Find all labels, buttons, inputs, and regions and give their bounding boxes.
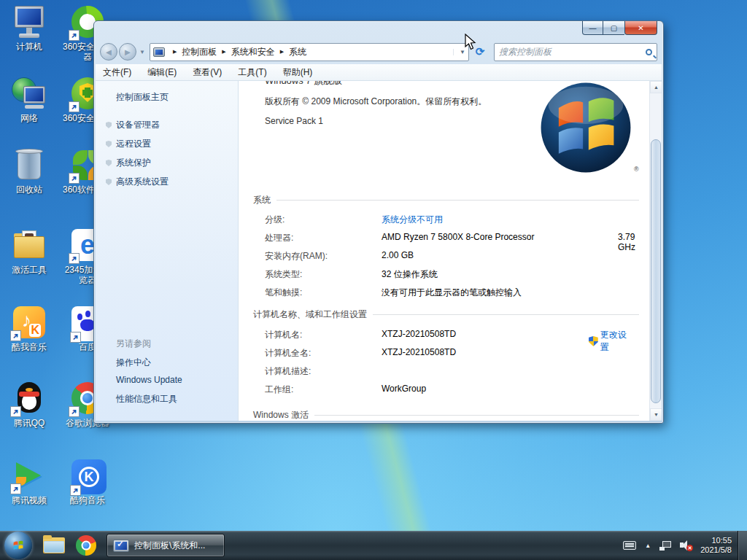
- tencent-video-icon: [12, 458, 47, 493]
- vertical-scrollbar[interactable]: ▲ ▼: [649, 81, 662, 421]
- network-icon: [12, 76, 47, 111]
- section-header-activation: Windows 激活: [253, 409, 639, 421]
- menu-file[interactable]: 文件(F): [103, 66, 131, 79]
- icon-label: 酷我音乐: [3, 342, 55, 352]
- desktop-icon-kugou-music[interactable]: K 酷狗音乐: [61, 458, 114, 505]
- icon-label: 腾讯视频: [3, 495, 55, 505]
- sidebar-item-windows-update[interactable]: Windows Update: [116, 375, 182, 385]
- search-input[interactable]: [499, 47, 643, 57]
- shortcut-arrow-icon: [69, 406, 80, 417]
- menu-help[interactable]: 帮助(H): [283, 66, 313, 79]
- desktop: 计算机 网络 回收站 激活工具 酷我音乐 腾讯QQ 腾讯视频 360安全浏览器 …: [0, 0, 747, 560]
- desktop-icon-computer[interactable]: 计算机: [3, 4, 55, 52]
- breadcrumb-separator-icon: ▶: [222, 49, 225, 55]
- volume-muted-icon[interactable]: ✕: [680, 540, 693, 551]
- uac-shield-icon: [589, 336, 598, 346]
- close-button[interactable]: ✕: [624, 21, 657, 35]
- shield-icon: [106, 160, 112, 166]
- recycle-bin-icon: [12, 147, 47, 182]
- shield-icon: [106, 141, 112, 147]
- sidebar-item-control-panel-home[interactable]: 控制面板主页: [116, 91, 169, 104]
- row-workgroup: 工作组: WorkGroup: [265, 384, 635, 396]
- shortcut-arrow-icon: [10, 406, 21, 417]
- navigation-bar: ◄ ► ▼ ▶ 控制面板 ▶ 系统和安全 ▶ 系统 ▼ ⟳: [96, 39, 662, 64]
- taskbar-chrome-button[interactable]: [74, 534, 98, 557]
- taskbar-task-control-panel[interactable]: 控制面板\系统和...: [107, 534, 225, 557]
- minimize-button[interactable]: —: [582, 21, 603, 35]
- copyright-text: 版权所有 © 2009 Microsoft Corporation。保留所有权利…: [265, 96, 487, 108]
- search-icon[interactable]: [646, 49, 652, 55]
- system-tray: ▲ ✕ 10:55 2021/5/8: [619, 531, 747, 560]
- service-pack-text: Service Pack 1: [265, 116, 323, 126]
- breadcrumb-system[interactable]: 系统: [289, 46, 306, 58]
- computer-icon: [12, 4, 47, 39]
- rating-unavailable-link[interactable]: 系统分级不可用: [382, 214, 443, 226]
- row-computer-full-name: 计算机全名: XTZJ-20210508TD: [265, 347, 635, 359]
- shortcut-arrow-icon: [70, 332, 81, 343]
- explorer-folder-icon: [43, 537, 65, 553]
- taskbar-explorer-button[interactable]: [42, 534, 66, 557]
- maximize-button[interactable]: ▢: [603, 21, 624, 35]
- shortcut-arrow-icon: [69, 173, 80, 184]
- desktop-icon-kuwo-music[interactable]: 酷我音乐: [3, 305, 55, 352]
- sidebar: 控制面板主页 设备管理器 远程设置 系统保护 高级系统设置 另请参阅 操作中心 …: [96, 81, 239, 421]
- forward-button[interactable]: ►: [119, 43, 136, 61]
- clock-date: 2021/5/8: [700, 545, 732, 555]
- icon-label: 激活工具: [3, 265, 55, 275]
- sidebar-item-performance-tools[interactable]: 性能信息和工具: [116, 393, 177, 405]
- windows-flag-icon: [11, 538, 26, 553]
- window-body: 控制面板主页 设备管理器 远程设置 系统保护 高级系统设置 另请参阅 操作中心 …: [96, 81, 662, 421]
- desktop-icon-recycle-bin[interactable]: 回收站: [3, 147, 55, 195]
- address-dropdown-icon[interactable]: ▼: [453, 49, 465, 55]
- back-button[interactable]: ◄: [100, 43, 117, 61]
- scroll-down-icon[interactable]: ▼: [650, 408, 662, 421]
- sidebar-item-system-protection[interactable]: 系统保护: [116, 157, 151, 169]
- breadcrumb-separator-icon: ▶: [173, 49, 177, 55]
- row-computer-name: 计算机名: XTZJ-20210508TD 更改设置: [265, 329, 635, 341]
- input-method-keyboard-icon[interactable]: [623, 541, 636, 550]
- scrollbar-thumb[interactable]: [651, 139, 661, 403]
- mouse-cursor: [465, 34, 476, 51]
- desktop-icon-network[interactable]: 网络: [3, 76, 55, 123]
- icon-label: 网络: [3, 113, 55, 123]
- sidebar-item-action-center[interactable]: 操作中心: [116, 357, 151, 369]
- icon-label: 酷狗音乐: [61, 495, 114, 505]
- kuwo-music-icon: [12, 305, 47, 340]
- recent-pages-dropdown-icon[interactable]: ▼: [139, 49, 145, 55]
- network-tray-icon[interactable]: [659, 541, 671, 551]
- show-hidden-icons-button[interactable]: ▲: [645, 542, 651, 549]
- clock-time: 10:55: [700, 536, 732, 545]
- shortcut-arrow-icon: [10, 483, 21, 494]
- scroll-up-icon[interactable]: ▲: [650, 81, 662, 93]
- show-desktop-button[interactable]: [738, 531, 747, 560]
- section-header-system: 系统: [253, 194, 639, 206]
- shortcut-arrow-icon: [69, 253, 80, 264]
- kugou-music-icon: K: [71, 459, 107, 494]
- menu-view[interactable]: 查看(V): [193, 66, 222, 79]
- sidebar-item-remote-settings[interactable]: 远程设置: [116, 138, 151, 150]
- breadcrumb-system-security[interactable]: 系统和安全: [231, 46, 275, 58]
- system-icon: [153, 47, 165, 57]
- breadcrumb-separator-icon: ▶: [280, 49, 284, 55]
- address-bar[interactable]: ▶ 控制面板 ▶ 系统和安全 ▶ 系统 ▼: [150, 43, 469, 61]
- sidebar-item-advanced-settings[interactable]: 高级系统设置: [116, 176, 169, 188]
- menu-tools[interactable]: 工具(T): [238, 66, 266, 79]
- icon-label: 腾讯QQ: [3, 418, 55, 428]
- shield-icon: [106, 179, 112, 185]
- icon-label: 计算机: [3, 42, 55, 52]
- task-label: 控制面板\系统和...: [134, 540, 205, 552]
- desktop-icon-tencent-video[interactable]: 腾讯视频: [3, 458, 55, 505]
- sidebar-item-device-manager[interactable]: 设备管理器: [116, 119, 160, 131]
- menu-edit[interactable]: 编辑(E): [147, 66, 177, 79]
- section-header-computer-name: 计算机名称、域和工作组设置: [253, 308, 639, 321]
- taskbar-clock[interactable]: 10:55 2021/5/8: [700, 536, 732, 555]
- start-button[interactable]: [4, 532, 32, 559]
- desktop-icon-activation-tool[interactable]: 激活工具: [3, 228, 55, 275]
- breadcrumb-control-panel[interactable]: 控制面板: [182, 46, 217, 58]
- taskbar: 控制面板\系统和... ▲ ✕ 10:55 2021/5/8: [0, 531, 747, 560]
- row-processor: 处理器: AMD Ryzen 7 5800X 8-Core Processor …: [265, 232, 635, 244]
- desktop-icon-tencent-qq[interactable]: 腾讯QQ: [3, 381, 55, 428]
- caption-buttons: — ▢ ✕: [582, 21, 657, 35]
- system-control-panel-window: — ▢ ✕ ◄ ► ▼ ▶ 控制面板 ▶ 系统和安全 ▶ 系统 ▼ ⟳: [93, 20, 664, 424]
- shortcut-arrow-icon: [69, 30, 80, 41]
